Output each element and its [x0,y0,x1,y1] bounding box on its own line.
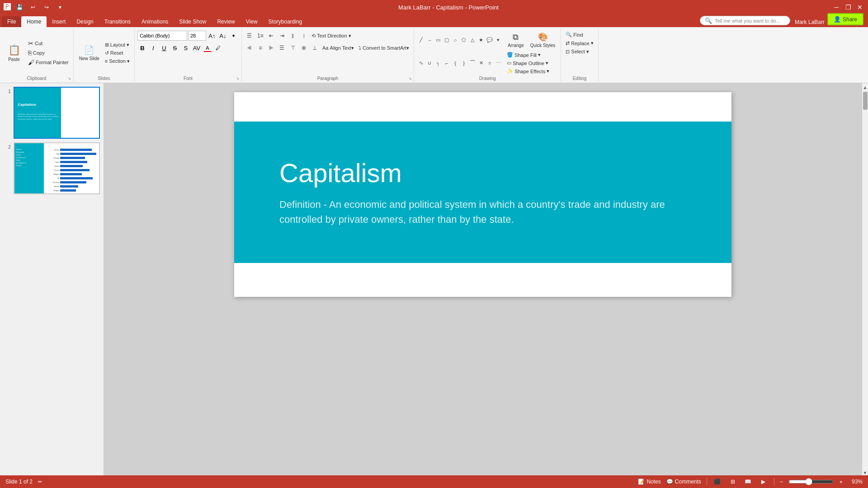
shape-bracket-left[interactable]: { [451,59,459,67]
scroll-handle[interactable] [863,92,868,110]
columns-button[interactable]: ⫿ [288,31,298,41]
decrease-indent-button[interactable]: ⇤ [266,31,276,41]
tab-transitions[interactable]: Transitions [99,16,136,27]
shape-rect[interactable]: ▭ [434,36,442,44]
line-spacing-button[interactable]: ↕ [299,31,309,41]
bold-button[interactable]: B [137,43,147,53]
shape-effects-button[interactable]: ✨ Shape Effects▾ [505,67,551,75]
tab-storyboarding[interactable]: Storyboarding [263,16,308,27]
shape-fill-button[interactable]: 🪣 Shape Fill▾ [505,51,551,59]
align-right-button[interactable]: ⫸ [266,43,276,53]
underline-button[interactable]: U [159,43,169,53]
zoom-in-icon[interactable]: + [839,479,843,485]
shape-brace[interactable]: ⁀ [468,59,476,67]
shape-cross[interactable]: ✕ [477,59,485,67]
tab-design[interactable]: Design [71,16,99,27]
scroll-down-icon[interactable]: ▼ [863,470,868,475]
tab-insert[interactable]: Insert [47,16,71,27]
zoom-slider[interactable] [788,478,834,485]
shapes-more[interactable]: ▾ [494,36,502,44]
minimize-button[interactable]: ─ [832,3,841,12]
layout-button[interactable]: ⊞ Layout▾ [103,41,132,49]
shape-grid-more[interactable]: ⋯ [494,59,502,67]
tell-me-input[interactable]: 🔍 Tell me what you want to do... [700,16,790,25]
shape-bracket-right[interactable]: } [460,59,468,67]
shape-triangle[interactable]: △ [468,36,476,44]
slide-thumbnail-2[interactable]: Top 11EuropeanUnionCountries inDebt(in b… [14,142,100,194]
shape-outline-button[interactable]: ▭ Shape Outline▾ [505,59,551,67]
section-button[interactable]: ≡ Section▾ [103,57,132,65]
decrease-font-button[interactable]: A↓ [218,31,228,41]
right-scrollbar[interactable]: ▲ ▼ [862,83,868,475]
shape-rounded-rect[interactable]: ▢ [443,36,451,44]
align-top-button[interactable]: ⊤ [288,43,298,53]
shape-arrow[interactable]: → [425,36,434,44]
copy-button[interactable]: ⎘ Copy [26,48,71,57]
cut-button[interactable]: ✂ Cut [26,39,71,48]
save-icon[interactable]: 💾 [14,2,24,12]
italic-button[interactable]: I [148,43,158,53]
bullets-button[interactable]: ☰ [245,31,255,41]
align-center-button[interactable]: ≡ [255,43,265,53]
shape-star[interactable]: ★ [477,36,485,44]
increase-indent-button[interactable]: ⇥ [277,31,287,41]
strikethrough-button[interactable]: S [170,43,180,53]
shape-line[interactable]: ╱ [417,36,425,44]
font-expand-icon[interactable]: ↘ [235,75,241,81]
numbering-button[interactable]: 1≡ [255,31,265,41]
shadow-button[interactable]: S [181,43,191,53]
restore-button[interactable]: ❐ [844,3,853,12]
select-button[interactable]: ⊡ Select ▾ [564,48,591,56]
reading-view-button[interactable]: 📖 [743,477,753,487]
text-direction-button[interactable]: ⟲ Text Direction▾ [310,32,353,40]
notes-button[interactable]: 📝 Notes [638,479,660,485]
tab-file[interactable]: File [2,16,21,27]
undo-icon[interactable]: ↩ [28,2,38,12]
tab-review[interactable]: Review [212,16,240,27]
close-button[interactable]: ✕ [855,3,864,12]
paragraph-expand-icon[interactable]: ↘ [407,75,413,81]
justify-button[interactable]: ☰ [277,43,287,53]
comments-button[interactable]: 💬 Comments [666,479,701,485]
convert-smartart-button[interactable]: ⤵ Convert to SmartArt▾ [357,44,411,52]
slide-sorter-button[interactable]: ⊞ [728,477,738,487]
arrange-button[interactable]: ⧉ Arrange [505,31,527,49]
reset-button[interactable]: ↺ Reset [103,49,132,57]
new-slide-button[interactable]: 📄 New Slide [76,44,102,62]
slideshow-button[interactable]: ▶ [759,477,769,487]
align-text-button[interactable]: Aa Align Text▾ [321,44,356,52]
customize-icon[interactable]: ▾ [55,2,65,12]
tab-animations[interactable]: Animations [136,16,174,27]
align-left-button[interactable]: ⫷ [245,43,255,53]
highlight-color-button[interactable]: 🖊 [213,43,223,53]
shape-connector[interactable]: ╮ [434,59,442,67]
format-painter-button[interactable]: 🖌 Format Painter [26,58,71,67]
replace-button[interactable]: ⇄ Replace▾ [564,39,595,47]
font-color-button[interactable]: A [203,43,212,53]
shape-bend-connector[interactable]: ⌐ [443,59,451,67]
normal-view-button[interactable]: ⬛ [712,477,722,487]
font-name-input[interactable] [137,31,187,41]
paste-button[interactable]: 📋 Paste [3,43,25,63]
tab-home[interactable]: Home [21,16,47,27]
clear-format-button[interactable]: ✦ [229,31,239,41]
tab-view[interactable]: View [241,16,263,27]
align-middle-button[interactable]: ⊕ [299,43,309,53]
increase-font-button[interactable]: A↑ [207,31,217,41]
zoom-out-icon[interactable]: − [780,479,783,485]
scroll-up-icon[interactable]: ▲ [863,85,868,90]
clipboard-expand-icon[interactable]: ↘ [67,75,72,81]
tab-slideshow[interactable]: Slide Show [174,16,212,27]
shape-eq[interactable]: = [486,59,494,67]
shape-curve[interactable]: ∪ [425,59,434,67]
notes-edit-icon[interactable]: ✏ [38,479,42,485]
font-size-input[interactable] [188,31,206,41]
char-spacing-button[interactable]: AV [192,43,202,53]
slide-canvas-1[interactable]: Capitalism Definition - An economic and … [234,92,731,297]
share-button[interactable]: 👤 Share [827,13,863,25]
redo-icon[interactable]: ↪ [42,2,52,12]
find-button[interactable]: 🔍 Find [564,31,585,38]
shape-callout[interactable]: 💬 [486,36,494,44]
slide-thumbnail-1[interactable]: Capitalism Definition - An economic and … [14,87,100,139]
shape-pentagon[interactable]: ⬠ [460,36,468,44]
